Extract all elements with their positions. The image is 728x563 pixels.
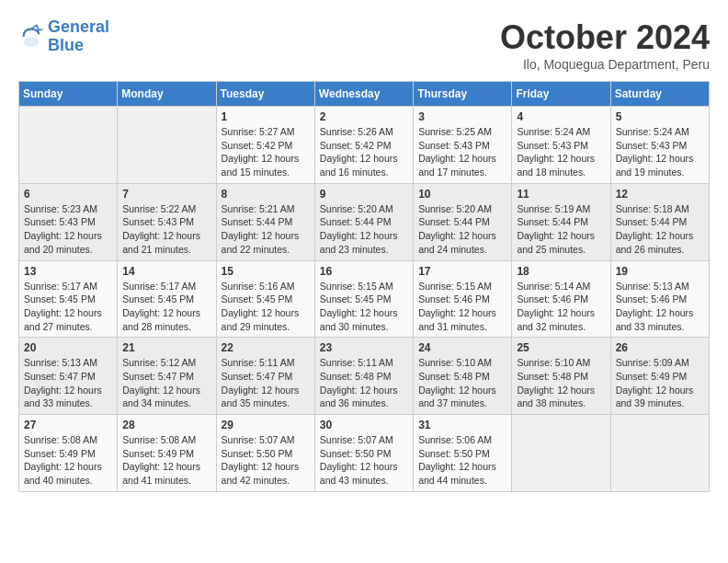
day-number: 30 xyxy=(320,419,408,431)
day-number: 4 xyxy=(517,110,605,123)
day-number: 17 xyxy=(418,265,506,278)
col-thursday: Thursday xyxy=(414,82,512,107)
calendar-cell: 20Sunrise: 5:13 AMSunset: 5:47 PMDayligh… xyxy=(19,338,118,415)
day-number: 18 xyxy=(517,265,605,278)
calendar-cell: 23Sunrise: 5:11 AMSunset: 5:48 PMDayligh… xyxy=(314,338,413,415)
calendar-cell: 18Sunrise: 5:14 AMSunset: 5:46 PMDayligh… xyxy=(512,260,610,338)
calendar-cell: 10Sunrise: 5:20 AMSunset: 5:44 PMDayligh… xyxy=(414,183,512,260)
day-info: Sunrise: 5:15 AMSunset: 5:45 PMDaylight:… xyxy=(320,280,408,334)
calendar-cell: 15Sunrise: 5:16 AMSunset: 5:45 PMDayligh… xyxy=(216,260,314,338)
day-number: 28 xyxy=(122,419,210,431)
logo-text: General Blue xyxy=(48,18,109,55)
calendar-cell: 1Sunrise: 5:27 AMSunset: 5:42 PMDaylight… xyxy=(216,107,314,184)
calendar-cell: 17Sunrise: 5:15 AMSunset: 5:46 PMDayligh… xyxy=(414,260,512,338)
calendar-cell: 25Sunrise: 5:10 AMSunset: 5:48 PMDayligh… xyxy=(512,338,610,415)
day-number: 7 xyxy=(122,188,210,201)
calendar-cell xyxy=(512,415,610,492)
col-monday: Monday xyxy=(118,82,216,107)
day-number: 27 xyxy=(24,419,112,431)
calendar-cell: 3Sunrise: 5:25 AMSunset: 5:43 PMDaylight… xyxy=(414,107,512,184)
day-number: 22 xyxy=(222,341,310,354)
day-info: Sunrise: 5:25 AMSunset: 5:43 PMDaylight:… xyxy=(418,125,506,179)
day-info: Sunrise: 5:11 AMSunset: 5:47 PMDaylight:… xyxy=(222,356,310,410)
day-info: Sunrise: 5:27 AMSunset: 5:42 PMDaylight:… xyxy=(222,125,310,179)
day-number: 31 xyxy=(418,419,506,431)
day-number: 8 xyxy=(222,188,310,201)
calendar-week-row: 13Sunrise: 5:17 AMSunset: 5:45 PMDayligh… xyxy=(19,260,710,338)
calendar-week-row: 20Sunrise: 5:13 AMSunset: 5:47 PMDayligh… xyxy=(19,338,710,415)
calendar-cell: 30Sunrise: 5:07 AMSunset: 5:50 PMDayligh… xyxy=(314,415,413,492)
col-wednesday: Wednesday xyxy=(314,82,413,107)
logo: General Blue xyxy=(18,18,109,55)
title-block: October 2024 Ilo, Moquegua Department, P… xyxy=(500,18,710,72)
calendar-cell xyxy=(118,107,216,184)
calendar-cell: 16Sunrise: 5:15 AMSunset: 5:45 PMDayligh… xyxy=(314,260,413,338)
day-info: Sunrise: 5:16 AMSunset: 5:45 PMDaylight:… xyxy=(222,280,310,334)
calendar-cell: 12Sunrise: 5:18 AMSunset: 5:44 PMDayligh… xyxy=(610,183,709,260)
calendar-cell: 24Sunrise: 5:10 AMSunset: 5:48 PMDayligh… xyxy=(414,338,512,415)
day-number: 5 xyxy=(616,110,704,123)
calendar-cell: 27Sunrise: 5:08 AMSunset: 5:49 PMDayligh… xyxy=(19,415,118,492)
day-info: Sunrise: 5:23 AMSunset: 5:43 PMDaylight:… xyxy=(24,202,112,257)
calendar-cell: 11Sunrise: 5:19 AMSunset: 5:44 PMDayligh… xyxy=(512,183,610,260)
day-number: 10 xyxy=(418,188,506,201)
calendar-week-row: 6Sunrise: 5:23 AMSunset: 5:43 PMDaylight… xyxy=(19,183,710,260)
day-info: Sunrise: 5:11 AMSunset: 5:48 PMDaylight:… xyxy=(320,356,408,410)
day-number: 13 xyxy=(24,265,112,278)
day-number: 12 xyxy=(616,188,704,201)
day-number: 21 xyxy=(122,341,210,354)
calendar-cell: 7Sunrise: 5:22 AMSunset: 5:43 PMDaylight… xyxy=(118,183,216,260)
calendar-cell: 2Sunrise: 5:26 AMSunset: 5:42 PMDaylight… xyxy=(314,107,413,184)
location-subtitle: Ilo, Moquegua Department, Peru xyxy=(500,57,710,72)
col-saturday: Saturday xyxy=(610,82,709,107)
day-info: Sunrise: 5:06 AMSunset: 5:50 PMDaylight:… xyxy=(418,433,506,488)
calendar-week-row: 1Sunrise: 5:27 AMSunset: 5:42 PMDaylight… xyxy=(19,107,710,184)
calendar-cell xyxy=(19,107,118,184)
day-info: Sunrise: 5:26 AMSunset: 5:42 PMDaylight:… xyxy=(320,125,408,179)
day-info: Sunrise: 5:21 AMSunset: 5:44 PMDaylight:… xyxy=(222,202,310,257)
day-info: Sunrise: 5:24 AMSunset: 5:43 PMDaylight:… xyxy=(616,125,704,179)
day-info: Sunrise: 5:17 AMSunset: 5:45 PMDaylight:… xyxy=(24,280,112,334)
day-number: 15 xyxy=(222,265,310,278)
calendar-cell: 31Sunrise: 5:06 AMSunset: 5:50 PMDayligh… xyxy=(414,415,512,492)
day-info: Sunrise: 5:10 AMSunset: 5:48 PMDaylight:… xyxy=(418,356,506,410)
day-number: 26 xyxy=(616,341,704,354)
day-info: Sunrise: 5:14 AMSunset: 5:46 PMDaylight:… xyxy=(517,280,605,334)
day-info: Sunrise: 5:07 AMSunset: 5:50 PMDaylight:… xyxy=(320,433,408,488)
calendar-cell: 29Sunrise: 5:07 AMSunset: 5:50 PMDayligh… xyxy=(216,415,314,492)
day-info: Sunrise: 5:17 AMSunset: 5:45 PMDaylight:… xyxy=(122,280,210,334)
calendar-cell: 13Sunrise: 5:17 AMSunset: 5:45 PMDayligh… xyxy=(19,260,118,338)
day-number: 24 xyxy=(418,341,506,354)
day-info: Sunrise: 5:15 AMSunset: 5:46 PMDaylight:… xyxy=(418,280,506,334)
svg-point-0 xyxy=(24,37,40,47)
day-info: Sunrise: 5:08 AMSunset: 5:49 PMDaylight:… xyxy=(122,433,210,488)
day-info: Sunrise: 5:13 AMSunset: 5:46 PMDaylight:… xyxy=(616,280,704,334)
day-number: 23 xyxy=(320,341,408,354)
day-number: 11 xyxy=(517,188,605,201)
calendar-cell xyxy=(610,415,709,492)
col-friday: Friday xyxy=(512,82,610,107)
day-info: Sunrise: 5:12 AMSunset: 5:47 PMDaylight:… xyxy=(122,356,210,410)
day-info: Sunrise: 5:09 AMSunset: 5:49 PMDaylight:… xyxy=(616,356,704,410)
day-info: Sunrise: 5:19 AMSunset: 5:44 PMDaylight:… xyxy=(517,202,605,257)
day-info: Sunrise: 5:07 AMSunset: 5:50 PMDaylight:… xyxy=(222,433,310,488)
calendar-header-row: Sunday Monday Tuesday Wednesday Thursday… xyxy=(19,82,710,107)
day-info: Sunrise: 5:22 AMSunset: 5:43 PMDaylight:… xyxy=(122,202,210,257)
month-title: October 2024 xyxy=(500,18,710,57)
calendar-cell: 6Sunrise: 5:23 AMSunset: 5:43 PMDaylight… xyxy=(19,183,118,260)
day-info: Sunrise: 5:24 AMSunset: 5:43 PMDaylight:… xyxy=(517,125,605,179)
calendar-cell: 4Sunrise: 5:24 AMSunset: 5:43 PMDaylight… xyxy=(512,107,610,184)
col-tuesday: Tuesday xyxy=(216,82,314,107)
calendar-cell: 21Sunrise: 5:12 AMSunset: 5:47 PMDayligh… xyxy=(118,338,216,415)
day-number: 19 xyxy=(616,265,704,278)
day-info: Sunrise: 5:13 AMSunset: 5:47 PMDaylight:… xyxy=(24,356,112,410)
day-info: Sunrise: 5:10 AMSunset: 5:48 PMDaylight:… xyxy=(517,356,605,410)
day-number: 1 xyxy=(222,110,310,123)
calendar-week-row: 27Sunrise: 5:08 AMSunset: 5:49 PMDayligh… xyxy=(19,415,710,492)
day-number: 3 xyxy=(418,110,506,123)
day-number: 16 xyxy=(320,265,408,278)
page-header: General Blue October 2024 Ilo, Moquegua … xyxy=(18,18,710,72)
day-info: Sunrise: 5:20 AMSunset: 5:44 PMDaylight:… xyxy=(320,202,408,257)
calendar-cell: 28Sunrise: 5:08 AMSunset: 5:49 PMDayligh… xyxy=(118,415,216,492)
logo-line1: General xyxy=(48,17,109,36)
